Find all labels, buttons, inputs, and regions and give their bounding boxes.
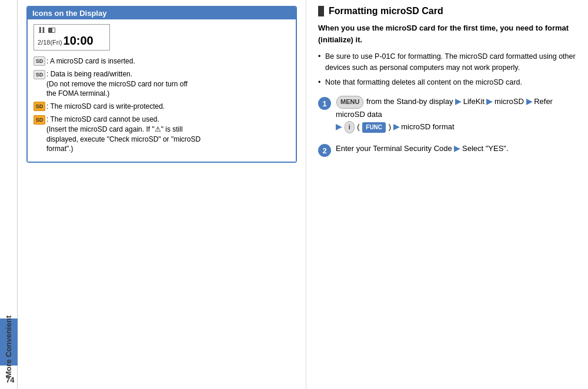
menu-key: MENU — [336, 96, 363, 109]
signal-icon: ▌▌▌ — [38, 27, 46, 33]
icon-item-1: SD : A microSD card is inserted. — [34, 56, 290, 66]
icon-desc-4: : The microSD card cannot be used.(Inser… — [46, 115, 290, 154]
right-panel: Formatting microSD Card When you use the… — [306, 0, 588, 389]
icon-list: SD : A microSD card is inserted. SD : Da… — [34, 56, 290, 154]
step1-arrow-3: ▶ — [526, 97, 532, 106]
phone-display-mockup: ▌▌▌ 2/18(Fri) 10:00 — [34, 24, 110, 51]
step1-microsd: microSD — [495, 97, 524, 106]
content-panels: Icons on the Display ▌▌▌ 2/18(Fri) 10:00 — [18, 0, 588, 389]
step1-format: microSD format — [401, 122, 454, 131]
bullet-item-1: Be sure to use P-01C for formatting. The… — [318, 51, 576, 73]
i-key: i — [345, 121, 355, 134]
icon-desc-2: : Data is being read/written.(Do not rem… — [46, 69, 290, 99]
section-heading: Formatting microSD Card — [318, 6, 576, 16]
func-badge: FUNC — [362, 122, 386, 133]
sd-icon-4: SD — [34, 115, 45, 125]
step-1-number: 1 — [318, 97, 331, 110]
step-1-content: MENU from the Stand-by display ▶ LifeKit… — [336, 96, 576, 133]
step1-paren-open: ( — [357, 122, 359, 131]
icon-item-2: SD : Data is being read/written.(Do not … — [34, 69, 290, 99]
bullet-list: Be sure to use P-01C for formatting. The… — [318, 51, 576, 88]
sd-icon-2: SD — [34, 70, 45, 79]
sd-icon-3: SD — [34, 102, 45, 111]
sidebar-label: More Convenient — [4, 316, 13, 377]
icon-item-4: SD : The microSD card cannot be used.(In… — [34, 115, 290, 154]
icon-desc-1: : A microSD card is inserted. — [46, 56, 290, 66]
step1-arrow-5: ▶ — [393, 122, 399, 131]
icons-on-display-box: Icons on the Display ▌▌▌ 2/18(Fri) 10:00 — [26, 6, 297, 163]
step-2: 2 Enter your Terminal Security Code ▶ Se… — [318, 143, 576, 157]
icons-box-title: Icons on the Display — [28, 7, 296, 19]
step-2-number: 2 — [318, 144, 331, 157]
step1-arrow-2: ▶ — [486, 97, 492, 106]
sd-icon-1: SD — [34, 56, 45, 66]
step-2-content: Enter your Terminal Security Code ▶ Sele… — [336, 143, 576, 155]
bullet-item-2: Note that formatting deletes all content… — [318, 77, 576, 88]
step2-arrow-1: ▶ — [454, 144, 460, 153]
step1-paren-close: ) — [389, 122, 391, 131]
icons-box-content: ▌▌▌ 2/18(Fri) 10:00 SD : A microSD card … — [28, 19, 296, 162]
step1-lifekit: LifeKit — [463, 97, 485, 106]
section-title: Formatting microSD Card — [329, 6, 443, 16]
step1-arrow-4: ▶ — [336, 122, 342, 131]
step1-text-1: from the Stand-by display — [366, 97, 453, 106]
page-number: 74 — [6, 375, 14, 384]
step2-select-yes: Select "YES". — [462, 144, 509, 153]
heading-bar-icon — [318, 6, 324, 16]
battery-icon — [48, 28, 55, 33]
sidebar: More Convenient — [0, 0, 18, 389]
step-1: 1 MENU from the Stand-by display ▶ LifeK… — [318, 96, 576, 133]
intro-text: When you use the microSD card for the fi… — [318, 22, 576, 45]
phone-time: 10:00 — [64, 34, 93, 48]
icon-desc-3: : The microSD card is write-protected. — [46, 102, 290, 112]
icon-item-3: SD : The microSD card is write-protected… — [34, 102, 290, 112]
left-panel: Icons on the Display ▌▌▌ 2/18(Fri) 10:00 — [18, 0, 306, 389]
step1-arrow-1: ▶ — [455, 97, 461, 106]
step2-text-1: Enter your Terminal Security Code — [336, 144, 452, 153]
phone-date: 2/18(Fri) — [38, 39, 62, 46]
